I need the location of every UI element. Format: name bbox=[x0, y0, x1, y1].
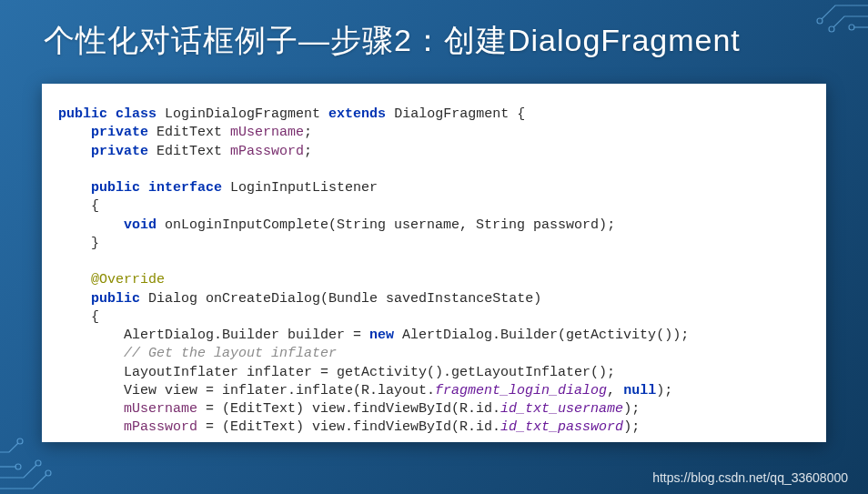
decoration-circuit-top-right bbox=[772, 0, 868, 60]
svg-point-4 bbox=[35, 460, 41, 466]
code-block: public class LoginDialogFragment extends… bbox=[42, 84, 826, 442]
slide: 个性化对话框例子—步骤2：创建DialogFragment public cla… bbox=[0, 0, 868, 494]
svg-point-5 bbox=[15, 464, 21, 469]
svg-point-2 bbox=[849, 25, 854, 30]
code-comment: // Get the layout inflater bbox=[124, 346, 337, 361]
svg-point-3 bbox=[45, 470, 51, 476]
svg-point-1 bbox=[829, 26, 834, 32]
kw-public-class: public class bbox=[58, 106, 156, 122]
code-content: public class LoginDialogFragment extends… bbox=[58, 106, 810, 438]
svg-point-6 bbox=[17, 439, 23, 444]
watermark-url: https://blog.csdn.net/qq_33608000 bbox=[652, 470, 848, 485]
slide-title: 个性化对话框例子—步骤2：创建DialogFragment bbox=[44, 20, 741, 62]
annotation-override: @Override bbox=[91, 272, 165, 287]
svg-point-0 bbox=[817, 18, 823, 24]
